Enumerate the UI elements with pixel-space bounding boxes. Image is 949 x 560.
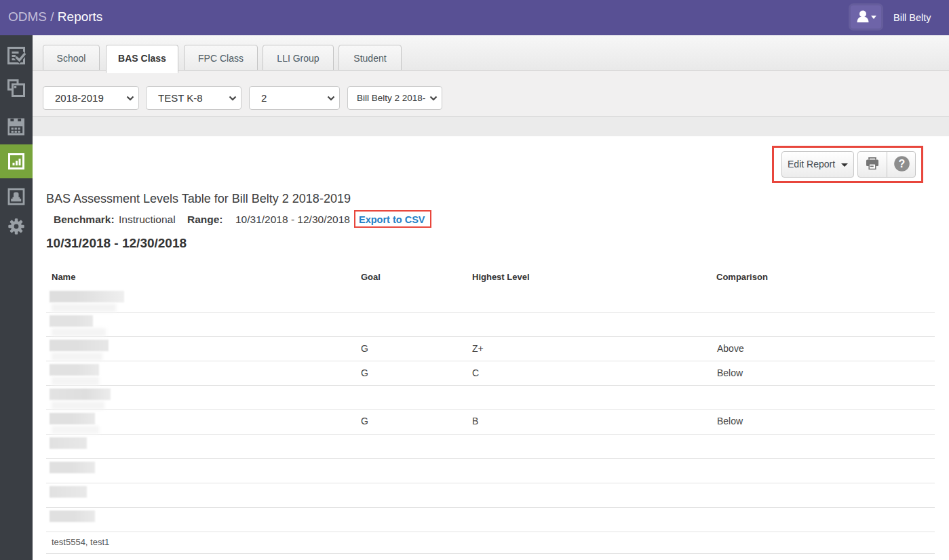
svg-text:?: ? xyxy=(899,158,906,169)
